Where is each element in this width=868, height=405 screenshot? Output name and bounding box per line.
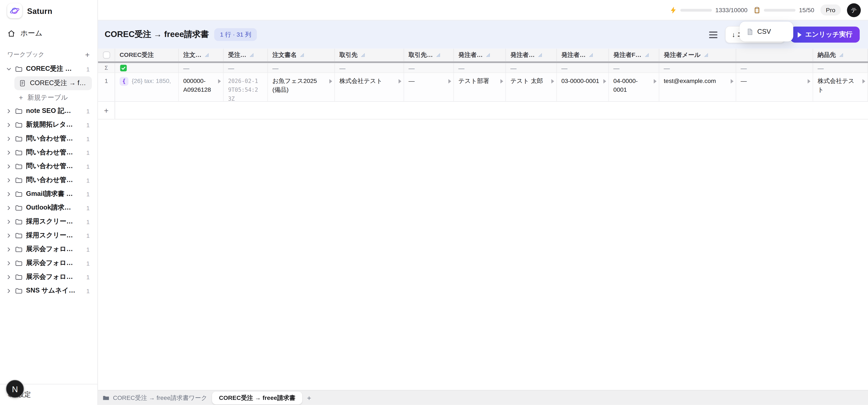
chevron-right-icon[interactable] [6,246,12,252]
json-preview-text: {26} tax: 1850, … [132,77,170,86]
add-row-button[interactable]: + [98,102,115,119]
sidebar-item-table[interactable]: COREC受注 → fre… [14,76,92,90]
grid-cell[interactable]: 株式会社テスト [335,73,404,101]
sidebar-item-workbook[interactable]: 展示会フォロー…1 [0,242,97,256]
expand-cell-icon[interactable] [500,79,503,83]
column-header[interactable]: 発注者… [557,49,609,61]
expand-cell-icon[interactable] [731,79,734,83]
chevron-right-icon[interactable] [6,135,12,142]
grid-cell[interactable]: テスト 太郎 [506,73,557,101]
column-header[interactable]: 発注者… [454,49,506,61]
json-object-icon: { [120,77,128,86]
grid-cell[interactable]: 2026-02-19T05:54:23Z [224,73,268,101]
user-avatar[interactable]: テ [847,3,861,17]
column-header-label: 注文… [183,51,202,59]
column-header[interactable] [736,49,813,61]
grid-cell[interactable]: お魚フェス2025 (備品) [268,73,335,101]
grid-cell[interactable]: {{26} tax: 1850, … [115,73,179,101]
expand-cell-icon[interactable] [654,79,657,83]
column-header[interactable]: 発注者F… [609,49,659,61]
sidebar-item-home[interactable]: ホーム [0,25,97,41]
sidebar-item-workbook[interactable]: 問い合わせ管理…1 [0,132,97,146]
expand-cell-icon[interactable] [551,79,554,83]
column-header[interactable]: 取引先… [404,49,454,61]
expand-cell-icon[interactable] [329,79,332,83]
column-header[interactable]: 取引先 [335,49,404,61]
sidebar-item-workbook[interactable]: 問い合わせ管理…1 [0,145,97,159]
tab-active-table[interactable]: COREC受注 → freee請求書 [212,391,302,404]
sidebar-item-workbook[interactable]: Gmail請求書 → …1 [0,187,97,201]
chevron-right-icon[interactable] [6,232,12,239]
column-header[interactable]: 発注者メール [659,49,736,61]
column-header-label: 発注者… [561,51,586,59]
tab-workbook[interactable]: COREC受注 → freee請求書ワーク [102,394,207,402]
menu-icon[interactable] [707,29,720,40]
expand-cell-icon[interactable] [603,79,606,83]
add-workbook-button[interactable]: + [85,51,90,58]
expand-cell-icon[interactable] [862,79,865,83]
summary-cell: — [268,63,335,72]
plan-badge[interactable]: Pro [820,4,841,15]
sidebar-item-workbook[interactable]: 問い合わせ管理…1 [0,159,97,173]
sidebar-item-workbook[interactable]: Outlook請求書 …1 [0,201,97,215]
chevron-right-icon[interactable] [6,273,12,280]
sidebar-item-workbook[interactable]: 問い合わせ管理…1 [0,173,97,187]
chevron-right-icon[interactable] [6,191,12,197]
table-row[interactable]: 1{{26} tax: 1850, …000000-A09261282026-0… [98,73,868,102]
chevron-right-icon[interactable] [6,204,12,211]
grid-cell[interactable]: テスト部署 [454,73,506,101]
dev-tools-button[interactable]: N [6,380,24,398]
column-header[interactable]: COREC受注 [115,49,179,61]
summary-cell: — [813,63,868,72]
grid-cell[interactable]: test@example.com [659,73,736,101]
column-header[interactable]: 注文… [179,49,224,61]
workbook-name: note SEO 記事… [26,106,77,116]
grid-cell[interactable]: — [736,73,813,101]
select-all-checkbox[interactable] [103,52,110,59]
export-menu-item-csv[interactable]: CSV [742,24,790,39]
chevron-right-icon[interactable] [6,218,12,225]
run-enrich-button[interactable]: エンリッチ実行 [790,27,860,42]
grid-cell[interactable]: 04-0000-0001 [609,73,659,101]
sidebar-item-workbook[interactable]: 展示会フォロー…1 [0,256,97,270]
chevron-down-icon[interactable] [6,66,12,72]
sidebar-item-workbook[interactable]: note SEO 記事…1 [0,104,97,118]
grid-cell[interactable]: — [404,73,454,101]
grid-cell[interactable]: 000000-A0926128 [179,73,224,101]
expand-cell-icon[interactable] [448,79,451,83]
sidebar-item-workbook[interactable]: SNS サムネイル…1 [0,284,97,298]
folder-icon [102,394,110,401]
new-table-button[interactable]: +新規テーブル [19,91,97,104]
expand-cell-icon[interactable] [399,79,401,83]
column-header[interactable]: 注文書名 [268,49,335,61]
add-tab-button[interactable]: + [307,394,311,402]
app-logo[interactable]: Saturn [0,0,97,21]
workbook-table-count: 1 [86,191,90,197]
summary-cell: — [335,63,404,72]
saturn-logo-icon [7,3,22,19]
chevron-right-icon[interactable] [6,107,12,114]
column-header[interactable]: 発注者… [506,49,557,61]
chevron-right-icon[interactable] [6,122,12,128]
sidebar-item-workbook[interactable]: 展示会フォロー…1 [0,270,97,284]
grid-cell[interactable]: 03-0000-0001 [557,73,609,101]
sidebar-item-workbook[interactable]: COREC受注 → f…1 [0,62,97,76]
chevron-right-icon[interactable] [6,260,12,266]
grid-cell[interactable]: 株式会社テスト [813,73,868,101]
expand-cell-icon[interactable] [218,79,221,83]
column-header[interactable]: 受注… [224,49,268,61]
chevron-right-icon[interactable] [6,163,12,170]
sidebar-item-workbook[interactable]: 採用スクリーニ…1 [0,215,97,229]
expand-cell-icon[interactable] [808,79,810,83]
clipboard-icon [753,6,761,14]
sidebar-item-workbook[interactable]: 新規開拓レター…1 [0,118,97,132]
chevron-right-icon[interactable] [6,149,12,156]
chevron-right-icon[interactable] [6,177,12,183]
rows-value: 15/50 [799,7,814,13]
chevron-right-icon[interactable] [6,288,12,294]
column-header-label: 発注者… [458,51,483,59]
workbook-name: Gmail請求書 → … [26,189,77,199]
sidebar-item-workbook[interactable]: 採用スクリーニ…1 [0,228,97,242]
column-header-label: 取引先… [408,51,433,59]
column-header[interactable]: 納品先 [813,49,868,61]
